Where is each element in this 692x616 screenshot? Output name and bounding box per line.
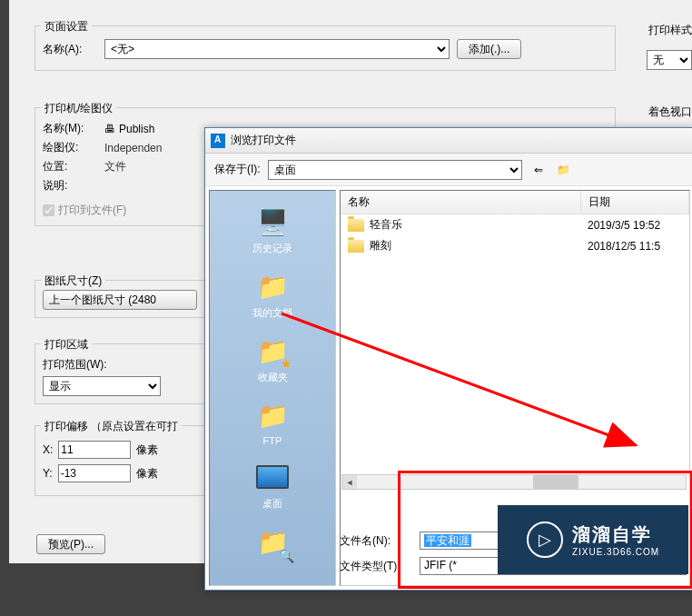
file-row[interactable]: 雕刻 2018/12/5 11:5 bbox=[341, 235, 689, 256]
shade-viewport-legend: 着色视口 bbox=[648, 104, 692, 120]
filetype-label: 文件类型(T): bbox=[340, 559, 412, 574]
file-row[interactable]: 轻音乐 2019/3/5 19:52 bbox=[341, 214, 689, 235]
print-range-select[interactable]: 显示 bbox=[43, 376, 161, 396]
app-icon bbox=[211, 134, 225, 148]
scroll-left-icon[interactable]: ◄ bbox=[342, 475, 357, 489]
sidebar-item-history[interactable]: 🖥️ 历史记录 bbox=[210, 198, 335, 261]
sidebar-item-search[interactable]: 📁 bbox=[210, 518, 335, 565]
print-offset-group: 打印偏移 （原点设置在可打 X: 像素 Y: 像素 bbox=[35, 425, 216, 496]
folder-icon: 📁 bbox=[254, 268, 291, 304]
watermark-url: ZIXUE.3D66.COM bbox=[572, 547, 659, 557]
column-name[interactable]: 名称 bbox=[341, 191, 581, 214]
print-style-select[interactable]: 无 bbox=[647, 50, 692, 70]
paper-size-button[interactable]: 上一个图纸尺寸 (2480 bbox=[43, 290, 197, 310]
dialog-toolbar: 保存于(I): 桌面 ⇐ 📁 bbox=[205, 154, 692, 186]
dialog-titlebar[interactable]: 浏览打印文件 bbox=[205, 128, 692, 154]
sidebar-item-mydocs[interactable]: 📁 我的文档 bbox=[210, 263, 335, 325]
y-input[interactable] bbox=[58, 464, 131, 482]
print-area-group: 打印区域 打印范围(W): 显示 bbox=[35, 343, 216, 404]
sidebar-item-favorites[interactable]: 📁 收藏夹 bbox=[210, 327, 335, 390]
horizontal-scrollbar[interactable]: ◄ bbox=[341, 474, 687, 490]
places-sidebar: 🖥️ 历史记录 📁 我的文档 📁 收藏夹 📁 FTP 桌面 bbox=[209, 190, 336, 586]
print-style-legend: 打印样式 bbox=[648, 23, 692, 38]
y-unit: 像素 bbox=[136, 466, 158, 482]
favorites-icon: 📁 bbox=[254, 333, 291, 369]
filename-label: 文件名(N): bbox=[340, 533, 412, 549]
watermark-title: 溜溜自学 bbox=[572, 522, 659, 547]
preview-button[interactable]: 预览(P)... bbox=[36, 534, 105, 554]
paper-size-group: 图纸尺寸(Z) 上一个图纸尺寸 (2480 bbox=[35, 280, 216, 318]
folder-icon bbox=[348, 219, 364, 232]
desktop-icon bbox=[254, 459, 291, 495]
sidebar-item-desktop[interactable]: 桌面 bbox=[210, 453, 335, 516]
printer-legend: 打印机/绘图仪 bbox=[41, 101, 116, 116]
location-label: 位置: bbox=[43, 159, 97, 174]
range-label: 打印范围(W): bbox=[43, 357, 107, 373]
sidebar-item-ftp[interactable]: 📁 FTP bbox=[210, 392, 335, 452]
add-page-button[interactable]: 添加(.)... bbox=[457, 39, 521, 59]
folder-icon bbox=[348, 240, 364, 253]
location-value: 文件 bbox=[104, 159, 126, 174]
x-unit: 像素 bbox=[136, 442, 158, 458]
search-folder-icon: 📁 bbox=[254, 523, 291, 560]
page-setup-group: 页面设置 名称(A): <无> 添加(.)... bbox=[35, 25, 616, 71]
plotter-value: Independen bbox=[104, 142, 162, 154]
printer-name-value: Publish bbox=[119, 123, 154, 135]
back-icon[interactable]: ⇐ bbox=[529, 161, 548, 179]
ftp-icon: 📁 bbox=[254, 397, 291, 433]
description-label: 说明: bbox=[43, 178, 97, 194]
file-list-header: 名称 日期 bbox=[341, 191, 689, 214]
page-name-label: 名称(A): bbox=[43, 42, 97, 57]
x-label: X: bbox=[43, 443, 53, 456]
print-to-file-checkbox bbox=[43, 204, 54, 216]
x-input[interactable] bbox=[58, 441, 131, 459]
area-legend: 打印区域 bbox=[41, 337, 92, 353]
history-icon: 🖥️ bbox=[254, 204, 291, 240]
column-date[interactable]: 日期 bbox=[581, 191, 689, 214]
page-name-select[interactable]: <无> bbox=[104, 39, 450, 59]
printer-name-label: 名称(M): bbox=[43, 121, 97, 136]
save-in-label: 保存于(I): bbox=[214, 162, 261, 177]
print-to-file-label: 打印到文件(F) bbox=[58, 203, 126, 218]
scroll-thumb[interactable] bbox=[533, 475, 578, 489]
play-icon: ▷ bbox=[527, 522, 563, 558]
offset-legend: 打印偏移 （原点设置在可打 bbox=[41, 419, 182, 434]
y-label: Y: bbox=[43, 467, 53, 480]
watermark: ▷ 溜溜自学 ZIXUE.3D66.COM bbox=[498, 505, 688, 574]
printer-icon: 🖶 bbox=[104, 123, 115, 135]
dialog-title: 浏览打印文件 bbox=[231, 133, 296, 148]
paper-legend: 图纸尺寸(Z) bbox=[41, 273, 105, 289]
plotter-label: 绘图仪: bbox=[43, 140, 97, 155]
save-in-select[interactable]: 桌面 bbox=[268, 160, 522, 180]
page-setup-legend: 页面设置 bbox=[41, 19, 92, 35]
up-icon[interactable]: 📁 bbox=[555, 161, 573, 179]
